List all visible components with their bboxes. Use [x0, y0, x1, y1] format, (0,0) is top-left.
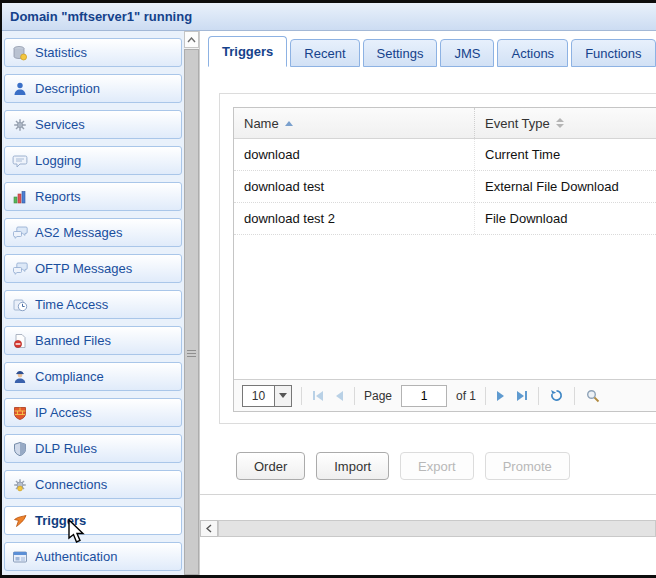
sidebar-item-logging[interactable]: Logging	[4, 146, 182, 175]
authentication-icon	[12, 549, 28, 565]
triggers-grid: Name Event Type download Current Time do…	[233, 107, 656, 412]
promote-button[interactable]: Promote	[485, 452, 570, 480]
sidebar-item-label: AS2 Messages	[35, 225, 122, 240]
cell-event-type: File Download	[475, 203, 656, 234]
page-number-input[interactable]	[401, 385, 447, 407]
next-page-button[interactable]	[495, 391, 506, 401]
sidebar-item-ip-access[interactable]: IP Access	[4, 398, 182, 427]
sidebar-item-label: Description	[35, 81, 100, 96]
sidebar-item-authentication[interactable]: Authentication	[4, 542, 182, 571]
search-button[interactable]	[584, 389, 602, 403]
export-button[interactable]: Export	[400, 452, 474, 480]
sidebar-item-label: Reports	[35, 189, 81, 204]
sidebar-item-label: Services	[35, 117, 85, 132]
page-count-label: of 1	[456, 389, 476, 403]
triggers-icon	[12, 513, 28, 529]
sidebar-item-statistics[interactable]: Statistics	[4, 38, 182, 67]
connections-icon	[12, 477, 28, 493]
table-row[interactable]: download test 2 File Download	[234, 203, 656, 235]
sidebar-item-label: IP Access	[35, 405, 92, 420]
window-title: Domain "mftserver1" running	[10, 9, 192, 24]
sidebar-item-label: OFTP Messages	[35, 261, 132, 276]
sidebar-item-label: Compliance	[35, 369, 104, 384]
banned-files-icon	[12, 333, 28, 349]
main-content: Triggers Recent Settings JMS Actions Fun…	[200, 31, 656, 575]
last-page-button[interactable]	[515, 391, 529, 401]
order-button[interactable]: Order	[236, 452, 305, 480]
sort-both-icon	[556, 118, 564, 128]
import-button[interactable]: Import	[316, 452, 389, 480]
refresh-icon	[550, 389, 563, 402]
grid-header: Name Event Type	[234, 108, 656, 139]
tab-settings[interactable]: Settings	[363, 39, 438, 67]
sidebar-item-oftp-messages[interactable]: OFTP Messages	[4, 254, 182, 283]
sidebar-item-services[interactable]: Services	[4, 110, 182, 139]
scroll-up-button[interactable]	[184, 31, 199, 48]
sidebar-item-label: Triggers	[35, 513, 86, 528]
sidebar-item-description[interactable]: Description	[4, 74, 182, 103]
grid-empty-area	[234, 235, 656, 379]
sidebar-item-triggers[interactable]: Triggers	[4, 506, 182, 535]
tab-functions[interactable]: Functions	[571, 39, 655, 67]
time-access-icon	[12, 297, 28, 313]
window-edge	[0, 0, 2, 578]
table-row[interactable]: download Current Time	[234, 139, 656, 171]
tab-recent[interactable]: Recent	[290, 39, 359, 67]
tab-bar: Triggers Recent Settings JMS Actions Fun…	[208, 36, 656, 67]
page-label: Page	[364, 389, 392, 403]
previous-page-button[interactable]	[334, 391, 345, 401]
sidebar-item-compliance[interactable]: Compliance	[4, 362, 182, 391]
first-page-button[interactable]	[311, 391, 325, 401]
dlp-rules-icon	[12, 441, 28, 457]
horizontal-scrollbar[interactable]	[200, 520, 656, 537]
cell-name: download	[234, 139, 475, 170]
chevron-up-icon	[187, 37, 196, 43]
table-row[interactable]: download test External File Download	[234, 171, 656, 203]
sidebar: Statistics Description Services Logging …	[2, 31, 184, 575]
window-edge	[0, 0, 656, 3]
sidebar-item-as2-messages[interactable]: AS2 Messages	[4, 218, 182, 247]
sort-ascending-icon	[285, 121, 293, 126]
sidebar-item-banned-files[interactable]: Banned Files	[4, 326, 182, 355]
column-header-event-type[interactable]: Event Type	[475, 108, 656, 138]
sidebar-item-label: Time Access	[35, 297, 108, 312]
page-size-select[interactable]: 10	[242, 385, 292, 407]
title-bar: Domain "mftserver1" running	[2, 3, 656, 31]
pager-toolbar: 10 Page of 1	[234, 379, 656, 411]
sidebar-item-dlp-rules[interactable]: DLP Rules	[4, 434, 182, 463]
sidebar-item-label: Banned Files	[35, 333, 111, 348]
reports-icon	[12, 189, 28, 205]
sidebar-item-label: Logging	[35, 153, 81, 168]
horizontal-scrollbar-thumb[interactable]	[218, 520, 656, 537]
refresh-button[interactable]	[548, 389, 565, 402]
compliance-icon	[12, 369, 28, 385]
sidebar-item-label: Authentication	[35, 549, 117, 564]
tab-actions[interactable]: Actions	[497, 39, 568, 67]
cell-event-type: External File Download	[475, 171, 656, 202]
statistics-icon	[12, 45, 28, 61]
tab-jms[interactable]: JMS	[440, 39, 494, 67]
panel-bottom-divider	[200, 494, 656, 495]
sidebar-item-label: Connections	[35, 477, 107, 492]
cell-name: download test	[234, 171, 475, 202]
sidebar-item-label: DLP Rules	[35, 441, 97, 456]
oftp-messages-icon	[12, 261, 28, 277]
scrollbar-thumb[interactable]	[184, 49, 199, 575]
column-header-name[interactable]: Name	[234, 108, 475, 138]
services-icon	[12, 117, 28, 133]
ip-access-icon	[12, 405, 28, 421]
triggers-panel: Name Event Type download Current Time do…	[219, 93, 656, 424]
select-dropdown-button[interactable]	[274, 386, 291, 406]
logging-icon	[12, 153, 28, 169]
sidebar-item-reports[interactable]: Reports	[4, 182, 182, 211]
cell-name: download test 2	[234, 203, 475, 234]
tab-triggers[interactable]: Triggers	[208, 36, 287, 67]
sidebar-item-connections[interactable]: Connections	[4, 470, 182, 499]
chevron-left-icon	[206, 524, 212, 533]
scroll-left-button[interactable]	[200, 520, 218, 537]
action-button-row: Order Import Export Promote	[236, 452, 570, 480]
sidebar-item-time-access[interactable]: Time Access	[4, 290, 182, 319]
search-icon	[586, 389, 600, 403]
cell-event-type: Current Time	[475, 139, 656, 170]
sidebar-vertical-scrollbar[interactable]	[184, 31, 200, 575]
